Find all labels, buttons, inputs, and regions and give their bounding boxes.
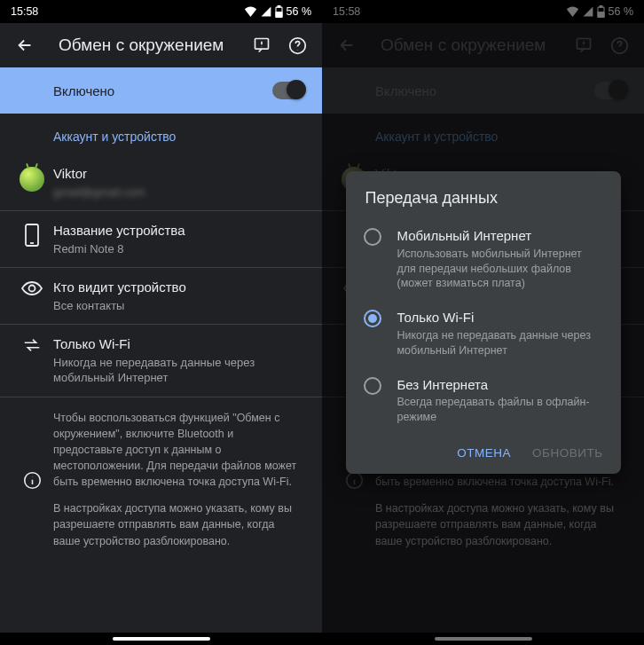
- update-button[interactable]: ОБНОВИТЬ: [532, 446, 602, 460]
- data-usage-dialog: Передача данных Мобильный Интернет Испол…: [346, 171, 621, 474]
- radio-title: Без Интернета: [397, 376, 601, 394]
- svg-rect-1: [278, 5, 280, 7]
- phone-icon: [11, 224, 53, 247]
- device-name-value: Redmi Note 8: [53, 241, 304, 257]
- svg-rect-2: [276, 12, 282, 18]
- account-name: Viktor: [53, 165, 304, 183]
- dialog-scrim[interactable]: Передача данных Мобильный Интернет Испол…: [322, 0, 644, 645]
- account-email: gmail@gmail.com: [53, 185, 304, 201]
- radio-icon: [364, 377, 381, 395]
- wifi-icon: [244, 6, 257, 17]
- device-name-item[interactable]: Название устройства Redmi Note 8: [0, 211, 322, 268]
- visibility-title: Кто видит устройство: [53, 279, 304, 296]
- data-usage-sub: Никогда не передавать данные через мобил…: [53, 355, 304, 386]
- radio-title: Только Wi-Fi: [397, 309, 601, 326]
- cancel-button[interactable]: ОТМЕНА: [457, 446, 511, 460]
- radio-option-mobile[interactable]: Мобильный Интернет Использовать мобильны…: [346, 218, 621, 300]
- account-item[interactable]: Viktor gmail@gmail.com: [0, 154, 322, 211]
- status-battery: 56 %: [287, 5, 312, 18]
- radio-option-offline[interactable]: Без Интернета Всегда передавать файлы в …: [346, 367, 621, 434]
- visibility-item[interactable]: Кто видит устройство Все контакты: [0, 268, 322, 325]
- signal-icon: [261, 6, 271, 17]
- info-icon: [11, 412, 53, 549]
- statusbar: 15:58 56 %: [0, 0, 322, 23]
- data-usage-item[interactable]: Только Wi-Fi Никогда не передавать данны…: [0, 325, 322, 397]
- data-transfer-icon: [11, 337, 53, 353]
- master-switch[interactable]: [272, 82, 304, 99]
- radio-title: Мобильный Интернет: [397, 227, 601, 245]
- content: Аккаунт и устройство Viktor gmail@gmail.…: [0, 114, 322, 633]
- status-right: 56 %: [244, 5, 312, 18]
- data-usage-title: Только Wi-Fi: [53, 335, 304, 353]
- info-text-1: Чтобы воспользоваться функцией "Обмен с …: [53, 410, 304, 491]
- radio-icon: [364, 228, 381, 246]
- visibility-value: Все контакты: [53, 298, 304, 314]
- android-avatar-icon: [11, 167, 53, 192]
- radio-sub: Никогда не передавать данные через мобил…: [397, 328, 601, 358]
- eye-icon: [11, 280, 53, 296]
- battery-icon: [275, 5, 283, 18]
- settings-screen-right: 15:58 56 % Обмен с окружением Включено А…: [322, 0, 644, 645]
- master-toggle-row[interactable]: Включено: [0, 67, 322, 114]
- help-button[interactable]: [279, 28, 315, 63]
- settings-screen-left: 15:58 56 % Обмен с окружением Включено А…: [0, 0, 322, 645]
- dialog-actions: ОТМЕНА ОБНОВИТЬ: [346, 434, 621, 467]
- section-header: Аккаунт и устройство: [0, 114, 322, 154]
- feedback-icon: [253, 36, 271, 54]
- arrow-back-icon: [15, 35, 35, 55]
- info-block: Чтобы воспользоваться функцией "Обмен с …: [0, 397, 322, 560]
- help-icon: [288, 36, 307, 55]
- toggle-label: Включено: [53, 83, 114, 98]
- info-text-2: В настройках доступа можно указать, кому…: [53, 500, 304, 548]
- gesture-navbar[interactable]: [0, 633, 322, 645]
- back-button[interactable]: [7, 28, 43, 63]
- svg-point-6: [29, 286, 35, 292]
- radio-icon: [364, 310, 381, 327]
- page-title: Обмен с окружением: [59, 35, 244, 55]
- radio-option-wifi[interactable]: Только Wi-Fi Никогда не передавать данны…: [346, 300, 621, 366]
- appbar: Обмен с окружением: [0, 23, 322, 67]
- radio-sub: Использовать мобильный Интернет для пере…: [397, 247, 601, 292]
- device-name-title: Название устройства: [53, 222, 304, 240]
- feedback-button[interactable]: [244, 28, 279, 63]
- status-time: 15:58: [11, 5, 38, 18]
- dialog-title: Передача данных: [346, 189, 621, 218]
- radio-sub: Всегда передавать файлы в офлайн-режиме: [397, 395, 601, 425]
